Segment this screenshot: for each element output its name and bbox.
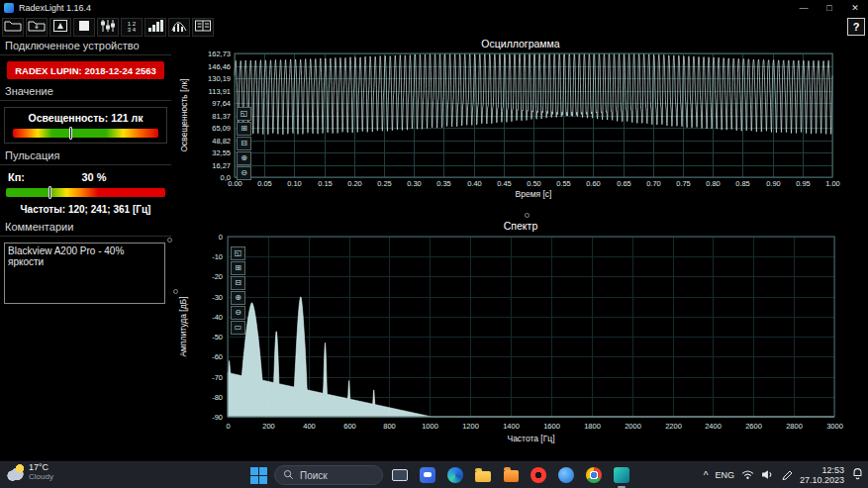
notification-bell-icon[interactable] — [851, 466, 864, 484]
svg-text:200: 200 — [262, 422, 275, 431]
panel-splitter-handle-icon[interactable] — [167, 238, 172, 243]
zoom-out-tool-button[interactable]: ⊖ — [231, 306, 245, 320]
svg-text:97,64: 97,64 — [212, 99, 231, 108]
svg-text:-90: -90 — [212, 413, 223, 422]
zoom-out-tool-button[interactable]: ⊖ — [237, 166, 251, 180]
save-file-button[interactable] — [26, 18, 48, 37]
close-button[interactable]: ✕ — [842, 0, 868, 16]
chart-splitter[interactable] — [173, 211, 868, 220]
taskbar-app-blue-browser[interactable] — [555, 464, 577, 486]
channels-1234-button[interactable]: 1 23 4 — [121, 18, 143, 37]
taskbar-app-file-explorer[interactable] — [472, 464, 494, 486]
comments-input[interactable]: Blackview A200 Pro - 40% яркости — [4, 243, 165, 304]
illuminance-gauge — [13, 129, 158, 138]
illuminance-value: Освещенность: 121 лк — [7, 112, 164, 124]
svg-text:130,19: 130,19 — [208, 74, 231, 83]
wifi-icon[interactable] — [741, 466, 754, 484]
taskbar-app-edge[interactable] — [444, 464, 466, 486]
taskbar-app-radexlight[interactable] — [611, 464, 632, 486]
svg-text:0.20: 0.20 — [347, 179, 362, 188]
spectrum-plot[interactable]: 0-10-20-30-40-50-60-70-80-90020040060080… — [173, 233, 868, 457]
zoom-x-out-tool-button[interactable]: ⊟ — [231, 276, 245, 290]
start-button[interactable] — [248, 465, 268, 485]
zoom-x-out-tool-button[interactable]: ⊟ — [237, 137, 251, 150]
svg-text:-80: -80 — [212, 393, 223, 402]
taskbar-app-opera[interactable] — [528, 464, 549, 486]
oscillogram-chart[interactable]: Осциллограмма 162,73146,46130,19113,9197… — [173, 38, 868, 211]
svg-text:Частота [Гц]: Частота [Гц] — [507, 434, 554, 443]
select-zoom-tool-button[interactable]: ◱ — [231, 246, 245, 260]
charts-area: Осциллограмма 162,73146,46130,19113,9197… — [173, 38, 868, 460]
svg-text:32,55: 32,55 — [212, 148, 231, 157]
zoom-in-tool-button[interactable]: ⊕ — [237, 151, 251, 165]
svg-text:0.85: 0.85 — [735, 179, 750, 188]
pan-tool-button[interactable]: ▭ — [231, 321, 245, 335]
svg-text:16,27: 16,27 — [212, 161, 231, 170]
svg-text:1 2: 1 2 — [128, 20, 137, 26]
bar-chart-button[interactable] — [145, 18, 166, 37]
zoom-x-in-tool-button[interactable]: ⊞ — [231, 261, 245, 275]
svg-text:0: 0 — [226, 422, 230, 431]
taskbar-app-office[interactable] — [500, 464, 522, 486]
svg-text:1600: 1600 — [543, 422, 560, 431]
svg-text:0.90: 0.90 — [766, 179, 781, 188]
taskbar-app-monitor[interactable] — [389, 464, 411, 486]
spectrum-chart[interactable]: Спектр 0-10-20-30-40-50-60-70-80-9002004… — [173, 220, 868, 456]
oscillogram-plot[interactable]: 162,73146,46130,19113,9197,6481,3765,094… — [173, 50, 868, 207]
svg-text:113,91: 113,91 — [209, 87, 231, 96]
bar-chart-icon — [146, 19, 164, 36]
open-file-button[interactable] — [2, 18, 24, 37]
pulsation-gauge — [6, 188, 165, 197]
svg-text:0.45: 0.45 — [497, 179, 512, 188]
color-scheme-button[interactable] — [73, 18, 95, 37]
maximize-button[interactable]: □ — [817, 0, 842, 16]
svg-text:-30: -30 — [212, 293, 223, 302]
zoom-in-tool-button[interactable]: ⊕ — [231, 291, 245, 305]
zoom-x-in-tool-button[interactable]: ⊞ — [237, 122, 251, 136]
select-zoom-tool-button[interactable]: ◱ — [237, 107, 251, 121]
split-view-button[interactable] — [192, 18, 214, 37]
clock[interactable]: 12:53 27.10.2023 — [800, 465, 844, 486]
help-button[interactable]: ? — [847, 18, 865, 36]
titlebar[interactable]: RadexLight 1.16.4 — □ ✕ — [0, 0, 868, 16]
taskbar-app-chrome[interactable] — [583, 464, 605, 486]
panel-splitter-handle-icon[interactable] — [173, 289, 178, 294]
spectrum-title: Спектр — [173, 220, 868, 233]
svg-text:0.55: 0.55 — [556, 179, 571, 188]
svg-text:2600: 2600 — [745, 422, 762, 431]
page-triangle-icon — [51, 19, 69, 36]
toolbar: 1 23 4 ? — [0, 16, 868, 38]
windows-logo-icon — [250, 476, 258, 484]
taskbar-app-chat[interactable] — [417, 464, 438, 486]
svg-text:2800: 2800 — [786, 422, 803, 431]
levels-button[interactable] — [97, 18, 119, 37]
tray-expand-button[interactable]: ^ — [704, 470, 709, 481]
export-report-button[interactable] — [49, 18, 71, 37]
pulsation-section-heading: Пульсация — [0, 147, 171, 165]
sliders-icon — [99, 19, 117, 36]
illuminance-marker — [69, 127, 72, 140]
app-icon — [4, 3, 14, 13]
language-indicator[interactable]: ENG — [715, 470, 734, 480]
minimize-button[interactable]: — — [791, 0, 817, 16]
comments-section-heading: Комментарии — [0, 219, 171, 237]
device-badge: RADEX LUPIN: 2018-12-24 2563 — [7, 61, 164, 79]
kp-label: Кп: — [8, 171, 25, 183]
search-input[interactable]: Поиск — [274, 465, 383, 485]
svg-text:0.10: 0.10 — [287, 179, 302, 188]
widgets-button[interactable]: 17°C Cloudy — [5, 463, 53, 482]
search-icon — [283, 469, 294, 482]
svg-text:-10: -10 — [212, 252, 223, 261]
white-square-icon — [75, 19, 93, 36]
svg-text:162,73: 162,73 — [208, 50, 231, 58]
svg-text:0.95: 0.95 — [796, 179, 811, 188]
splitter-handle-icon[interactable] — [525, 213, 530, 218]
svg-text:81,37: 81,37 — [212, 112, 231, 121]
folder-icon — [475, 471, 491, 482]
folder-arrow-icon — [28, 19, 46, 36]
svg-text:1.00: 1.00 — [825, 179, 840, 188]
pen-icon[interactable] — [781, 466, 793, 484]
volume-icon[interactable] — [761, 466, 774, 484]
svg-text:1800: 1800 — [584, 422, 601, 431]
histogram-button[interactable] — [168, 18, 190, 37]
